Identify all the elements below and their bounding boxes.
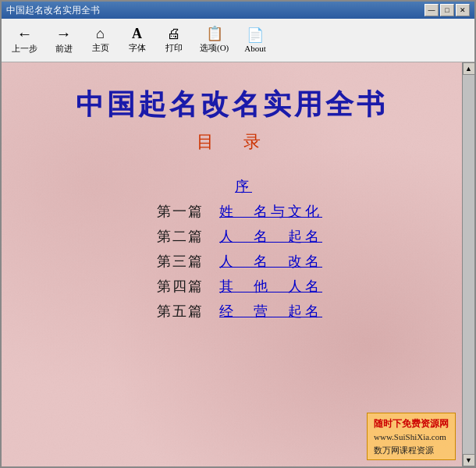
watermark-line3: 数万网课程资源 [374, 444, 449, 457]
part-label-5: 第五篇 [141, 302, 204, 321]
part-label-1: 第一篇 [141, 202, 204, 221]
toc-row-4: 第四篇 其 他 人名 [141, 277, 322, 296]
toc-row-3: 第三篇 人 名 改名 [141, 252, 322, 271]
preface-link[interactable]: 序 [235, 177, 252, 196]
print-label: 打印 [165, 42, 183, 54]
scroll-down-button[interactable]: ▼ [463, 454, 475, 466]
home-icon: ⌂ [96, 27, 105, 41]
main-content: 中国起名改名实用全书 目 录 序 第一篇 姓 名与文化 第二篇 人 名 起名 第… [2, 62, 462, 466]
font-button[interactable]: A 字体 [119, 21, 155, 60]
chapter-link-2[interactable]: 人 名 起名 [219, 227, 322, 246]
scrollbar-track[interactable] [463, 75, 474, 454]
options-button[interactable]: 📋 选项(O) [193, 21, 236, 60]
watermark-line1: 随时下免费资源网 [374, 417, 449, 431]
scrollbar-right: ▲ ▼ [462, 62, 474, 466]
back-label: 上一步 [12, 43, 37, 55]
chapter-link-3[interactable]: 人 名 改名 [219, 252, 322, 271]
home-button[interactable]: ⌂ 主页 [83, 21, 118, 60]
content-wrapper: 中国起名改名实用全书 目 录 序 第一篇 姓 名与文化 第二篇 人 名 起名 第… [2, 62, 474, 466]
options-icon: 📋 [206, 27, 223, 41]
forward-icon: → [56, 26, 72, 41]
main-window: 中国起名改名实用全书 — □ ✕ ← 上一步 → 前进 ⌂ 主页 A 字体 🖨 … [0, 0, 476, 468]
close-button[interactable]: ✕ [456, 4, 470, 16]
toc-row-5: 第五篇 经 营 起名 [141, 302, 322, 321]
print-button[interactable]: 🖨 打印 [156, 21, 191, 60]
forward-button[interactable]: → 前进 [46, 21, 81, 60]
window-controls: — □ ✕ [424, 4, 470, 16]
part-label-4: 第四篇 [141, 277, 204, 296]
toc-row-1: 第一篇 姓 名与文化 [141, 202, 322, 221]
window-title: 中国起名改名实用全书 [6, 4, 100, 17]
watermark: 随时下免费资源网 www.SuiShiXia.com 数万网课程资源 [367, 413, 456, 460]
toc-preface-row: 序 [235, 177, 252, 196]
toc-heading: 目 录 [197, 130, 267, 154]
about-icon: 📄 [247, 28, 264, 42]
back-button[interactable]: ← 上一步 [5, 21, 44, 60]
book-title: 中国起名改名实用全书 [76, 86, 388, 124]
part-label-3: 第三篇 [141, 252, 204, 271]
toc-table: 序 第一篇 姓 名与文化 第二篇 人 名 起名 第三篇 人 名 改名 第四篇 其… [141, 177, 322, 321]
maximize-button[interactable]: □ [440, 4, 454, 16]
options-label: 选项(O) [200, 42, 229, 54]
watermark-line2: www.SuiShiXia.com [374, 431, 449, 444]
back-icon: ← [17, 26, 33, 41]
chapter-link-1[interactable]: 姓 名与文化 [219, 202, 322, 221]
home-label: 主页 [92, 42, 109, 54]
minimize-button[interactable]: — [424, 4, 439, 16]
about-label: About [244, 44, 266, 53]
scroll-up-button[interactable]: ▲ [463, 62, 475, 75]
part-label-2: 第二篇 [141, 227, 204, 246]
print-icon: 🖨 [167, 27, 181, 41]
font-label: 字体 [129, 42, 146, 54]
toc-row-2: 第二篇 人 名 起名 [141, 227, 322, 246]
about-button[interactable]: 📄 About [237, 21, 273, 60]
font-icon: A [132, 27, 142, 41]
chapter-link-5[interactable]: 经 营 起名 [219, 302, 322, 321]
toolbar: ← 上一步 → 前进 ⌂ 主页 A 字体 🖨 打印 📋 选项(O) 📄 Abou… [2, 19, 474, 62]
title-bar: 中国起名改名实用全书 — □ ✕ [2, 2, 474, 19]
chapter-link-4[interactable]: 其 他 人名 [219, 277, 322, 296]
forward-label: 前进 [55, 43, 73, 55]
